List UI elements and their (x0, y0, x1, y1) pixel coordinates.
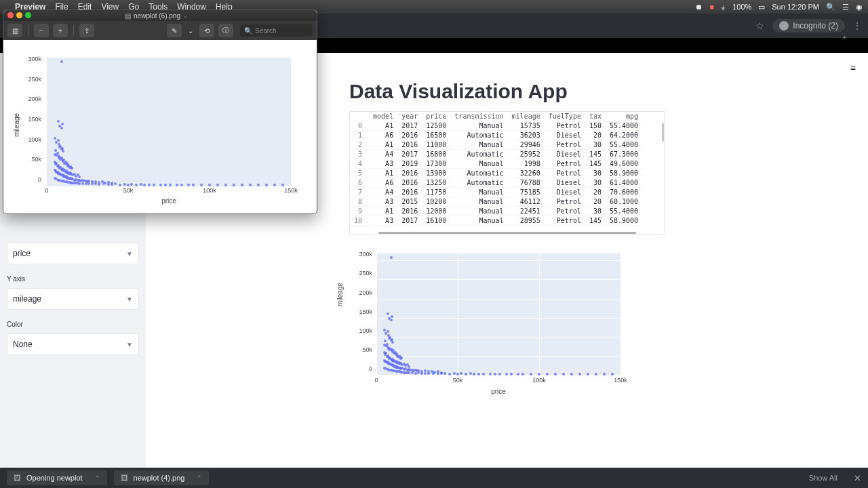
cursor-crosshair-icon: + (842, 34, 846, 41)
markup-toolbar-icon[interactable]: ⓘ (218, 24, 233, 37)
search-icon: 🔍 (244, 27, 252, 35)
chart-ylabel: mileage (336, 283, 344, 306)
table-header: mileage (508, 112, 545, 121)
table-header: price (422, 112, 450, 121)
browser-menu-icon[interactable]: ⋮ (853, 21, 861, 30)
table-row[interactable]: 2A1201611000Manual29946Petrol3055.4000 (350, 140, 642, 150)
chart-xlabel: price (376, 388, 620, 395)
stop-icon[interactable]: ■ (709, 3, 714, 11)
preview-search-placeholder: Search (255, 27, 277, 35)
table-row[interactable]: 4A3201917300Manual1998Petrol14549.6000 (350, 159, 642, 169)
table-row[interactable]: 0A1201712500Manual15735Petrol15055.4000 (350, 121, 642, 131)
document-icon: 🖼 (121, 474, 128, 482)
zoom-out-icon[interactable]: − (34, 24, 49, 37)
siri-icon[interactable]: ◉ (856, 3, 863, 12)
vertical-scrollbar[interactable] (662, 123, 664, 142)
battery-icon: ▭ (758, 3, 765, 12)
table-row[interactable]: 9A1201612000Manual22451Petrol3055.4000 (350, 207, 642, 216)
yaxis-label: Y axis (7, 275, 139, 283)
table-row[interactable]: 8A3201510200Manual46112Petrol2060.1000 (350, 197, 642, 207)
preview-filename: newplot (6).png (134, 12, 180, 20)
horizontal-scrollbar[interactable] (378, 232, 636, 234)
table-header: tax (585, 112, 606, 121)
screenrec-icon[interactable]: ⏺ (695, 3, 703, 11)
zoom-in-icon[interactable]: + (53, 24, 68, 37)
chevron-down-icon: ▼ (126, 250, 133, 258)
table-row[interactable]: 5A1201613900Automatic32260Petrol3058.900… (350, 169, 642, 178)
wifi-icon[interactable]: ⏚ (721, 3, 726, 11)
sidebar-toggle-icon[interactable]: ▥ (7, 24, 22, 37)
chevron-up-icon[interactable]: ⌃ (197, 474, 202, 481)
dropdown-caret-icon[interactable]: ⌄ (183, 13, 188, 19)
table-header: transmission (450, 112, 507, 121)
table-row[interactable]: 10A3201716100Manual28955Petrol14558.9000 (350, 216, 642, 226)
incognito-ghost-icon (779, 21, 789, 30)
preview-titlebar[interactable]: ▤newplot (6).png⌄ (3, 10, 317, 21)
spotlight-icon[interactable]: 🔍 (826, 3, 835, 12)
close-icon[interactable]: ✕ (854, 473, 861, 483)
preview-search-input[interactable]: 🔍 Search (240, 24, 313, 37)
share-icon[interactable]: ⇪ (79, 24, 94, 37)
table-row[interactable]: 6A6201613250Automatic76788Diesel3061.400… (350, 178, 642, 188)
color-select[interactable]: None ▼ (7, 333, 139, 355)
markup-pencil-icon[interactable]: ✎ (167, 24, 182, 37)
table-row[interactable]: 1A6201616500Automatic36203Diesel2064.200… (350, 131, 642, 140)
color-value: None (13, 340, 33, 349)
chevron-down-icon: ▼ (126, 341, 133, 348)
download-item-done[interactable]: 🖼 newplot (4).png ⌃ (114, 470, 210, 485)
document-icon: ▤ (125, 12, 131, 20)
preview-toolbar: ▥ − + ⇪ ✎ ⌄ ⟲ ⓘ 🔍 Search (3, 21, 317, 40)
document-icon: 🖼 (14, 474, 21, 482)
markup-caret-icon[interactable]: ⌄ (186, 24, 195, 37)
download-showall[interactable]: Show All (809, 474, 837, 482)
battery-percent: 100% (732, 3, 751, 11)
page-title: Data Visualization App (349, 80, 854, 103)
preview-app-window[interactable]: ▤newplot (6).png⌄ ▥ − + ⇪ ✎ ⌄ ⟲ ⓘ 🔍 Sear… (3, 9, 317, 214)
xaxis-value: price (13, 249, 31, 258)
download-opening-label: Opening newplot (26, 474, 83, 482)
incognito-indicator[interactable]: Incognito (2) (772, 19, 845, 33)
table-header: mpg (606, 112, 642, 121)
table-row[interactable]: 7A4201611750Manual75185Diesel2070.6000 (350, 188, 642, 197)
chevron-up-icon[interactable]: ⌃ (95, 474, 100, 481)
clock[interactable]: Sun 12:20 PM (772, 3, 819, 11)
rotate-icon[interactable]: ⟲ (199, 24, 214, 37)
download-shelf: 🖼 Opening newplot ⌃ 🖼 newplot (4).png ⌃ … (0, 468, 868, 488)
app-hamburger-icon[interactable]: ≡ (850, 62, 856, 73)
table-header: year (397, 112, 422, 121)
table-row[interactable]: 3A4201716800Automatic25952Diesel14567.30… (350, 150, 642, 159)
window-traffic-lights[interactable] (7, 12, 34, 20)
bookmark-star-icon[interactable]: ☆ (755, 20, 764, 31)
controlcenter-icon[interactable]: ☰ (842, 3, 849, 12)
pw-chart-xlabel: price (47, 197, 291, 205)
download-done-label: newplot (4).png (134, 474, 185, 482)
yaxis-value: mileage (13, 294, 41, 304)
chevron-down-icon: ▼ (126, 296, 133, 303)
color-label: Color (7, 321, 139, 328)
table-header: fuelType (545, 112, 585, 121)
xaxis-select[interactable]: price ▼ (7, 243, 139, 264)
incognito-label: Incognito (2) (793, 21, 838, 30)
dataframe[interactable]: modelyearpricetransmissionmileagefuelTyp… (349, 111, 665, 235)
download-item-opening[interactable]: 🖼 Opening newplot ⌃ (7, 470, 107, 485)
scatter-chart[interactable]: 050k100k150k200k250k300k mileage 050k100… (342, 253, 634, 395)
preview-image-body: mileage 050k100k150k200k250k300k 050k100… (3, 40, 317, 214)
yaxis-select[interactable]: mileage ▼ (7, 288, 139, 310)
table-header: model (369, 112, 397, 121)
